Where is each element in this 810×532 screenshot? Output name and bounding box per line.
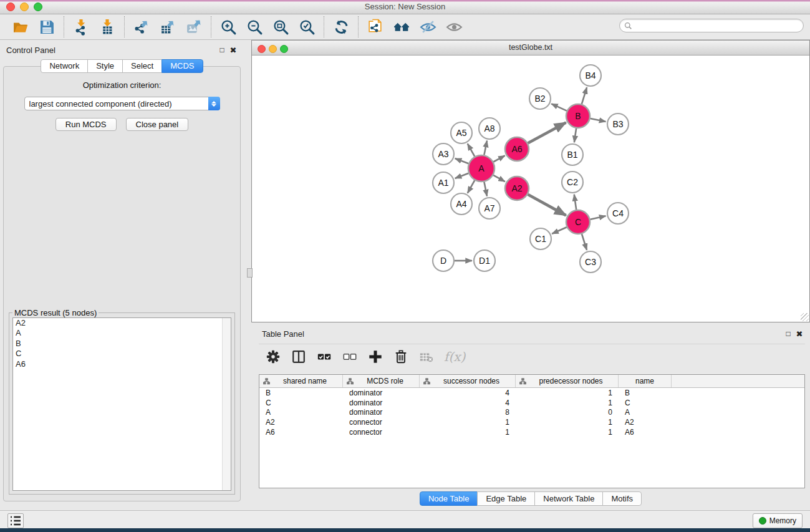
table-cell[interactable]: 1 [516, 388, 619, 398]
table-cell[interactable]: B [259, 388, 343, 398]
table-cell[interactable]: A2 [619, 417, 672, 427]
zoom-in-icon[interactable] [219, 17, 238, 36]
graph-node-A3[interactable]: A3 [433, 143, 454, 165]
unchecked-boxes-icon[interactable] [342, 349, 358, 365]
graph-edge-A-A3[interactable] [455, 158, 469, 163]
table-cell[interactable]: 4 [420, 388, 516, 398]
result-list-item[interactable]: B [13, 339, 231, 349]
splitter-handle[interactable] [247, 268, 253, 278]
export-network-icon[interactable] [132, 17, 151, 36]
column-header-successor-nodes[interactable]: successor nodes [420, 375, 516, 387]
table-cell[interactable]: 4 [420, 398, 516, 408]
float-panel-icon[interactable]: □ [216, 46, 228, 54]
graph-edge-A-A5[interactable] [468, 143, 475, 156]
tab-motifs[interactable]: Motifs [602, 491, 642, 506]
graph-node-C1[interactable]: C1 [530, 228, 551, 249]
table-cell[interactable]: connector [343, 417, 420, 427]
graph-node-A7[interactable]: A7 [479, 198, 500, 219]
table-cell[interactable]: 1 [516, 427, 619, 437]
graph-edge-B-B1[interactable] [574, 128, 576, 142]
resize-grip-icon[interactable] [801, 313, 809, 321]
graph-node-C4[interactable]: C4 [607, 203, 629, 224]
import-network-icon[interactable] [72, 17, 90, 36]
save-session-icon[interactable] [37, 17, 56, 36]
plus-icon[interactable] [367, 349, 383, 365]
open-file-icon[interactable] [11, 17, 30, 36]
split-columns-icon[interactable] [291, 349, 307, 365]
checked-boxes-icon[interactable] [316, 349, 332, 365]
table-cell[interactable]: 0 [516, 408, 619, 418]
tab-select[interactable]: Select [122, 59, 162, 73]
table-cell[interactable]: A2 [259, 417, 343, 427]
tab-network[interactable]: Network [41, 59, 88, 73]
zoom-fit-icon[interactable] [271, 17, 290, 36]
table-cell[interactable]: 1 [516, 417, 619, 427]
tab-mcds[interactable]: MCDS [162, 59, 203, 73]
table-cell[interactable]: A6 [259, 427, 343, 437]
graph-node-A2[interactable]: A2 [505, 177, 529, 200]
tab-style[interactable]: Style [87, 59, 123, 73]
graph-node-D[interactable]: D [433, 250, 454, 271]
graph-edge-C-C3[interactable] [582, 234, 587, 250]
graph-node-C2[interactable]: C2 [562, 172, 583, 193]
tab-node-table[interactable]: Node Table [420, 491, 478, 506]
search-box[interactable] [619, 19, 804, 32]
graph-node-A4[interactable]: A4 [451, 193, 472, 215]
table-cell[interactable]: dominator [343, 388, 420, 398]
graph-edge-B-B4[interactable] [582, 87, 587, 104]
table-cell[interactable]: 1 [420, 427, 516, 437]
network-canvas[interactable]: B4B2BB3A8A5A6A3B1AA1C2A2A4A7C4CC1C3DD1 [252, 56, 809, 322]
graph-edge-A-A2[interactable] [493, 175, 505, 181]
import-table-icon[interactable] [98, 17, 117, 36]
result-list-scrollbar[interactable] [222, 318, 231, 490]
graph-node-B1[interactable]: B1 [562, 144, 583, 165]
graph-node-A6[interactable]: A6 [505, 137, 529, 161]
table-cell[interactable]: B [619, 388, 672, 398]
table-cell[interactable]: A [259, 408, 343, 418]
mcds-result-list[interactable]: A2ABCA6 [12, 317, 231, 491]
table-cell[interactable]: 8 [420, 408, 516, 418]
double-house-icon[interactable] [392, 17, 411, 36]
graph-edge-B-B2[interactable] [551, 104, 567, 110]
result-list-item[interactable]: A6 [13, 359, 231, 369]
zoom-out-icon[interactable] [245, 17, 264, 36]
trash-icon[interactable] [393, 349, 409, 365]
export-image-icon[interactable] [185, 17, 203, 36]
table-cell[interactable]: C [259, 398, 343, 408]
graph-node-A[interactable]: A [468, 155, 494, 181]
graph-node-B4[interactable]: B4 [580, 65, 601, 86]
table-cell[interactable]: dominator [343, 408, 420, 418]
graph-node-B[interactable]: B [566, 104, 590, 128]
graph-edge-C-C4[interactable] [591, 216, 606, 219]
export-table-icon[interactable] [158, 17, 177, 36]
table-cell[interactable]: A [619, 408, 672, 418]
graph-edge-A-A6[interactable] [493, 156, 504, 162]
graph-edge-A-A4[interactable] [468, 180, 475, 193]
graph-edge-C-C2[interactable] [574, 195, 576, 210]
table-cell[interactable]: connector [343, 427, 420, 437]
graph-node-A5[interactable]: A5 [451, 122, 472, 143]
eye-icon[interactable] [445, 17, 463, 36]
table-float-panel-icon[interactable]: □ [783, 329, 794, 338]
graph-node-A1[interactable]: A1 [433, 172, 454, 193]
column-header-MCDS-role[interactable]: MCDS role [343, 375, 420, 387]
table-cell[interactable]: C [619, 398, 672, 408]
table-cell[interactable]: 1 [420, 417, 516, 427]
task-history-button[interactable] [7, 513, 24, 528]
network-window-titlebar[interactable]: testGlobe.txt [252, 41, 809, 56]
table-cell[interactable]: 1 [516, 398, 619, 408]
tab-edge-table[interactable]: Edge Table [477, 491, 535, 506]
graph-edge-A-A8[interactable] [484, 141, 487, 155]
table-row[interactable]: A2connector11A2 [259, 417, 804, 427]
graph-edge-A-A7[interactable] [484, 182, 487, 196]
result-list-item[interactable]: C [13, 349, 231, 359]
tab-network-table[interactable]: Network Table [534, 491, 603, 506]
criterion-dropdown[interactable]: largest connected component (directed) [24, 97, 220, 110]
table-close-panel-icon[interactable]: ✖ [794, 329, 805, 339]
column-header-name[interactable]: name [619, 375, 672, 387]
table-row[interactable]: Bdominator41B [259, 388, 804, 398]
graph-node-B3[interactable]: B3 [607, 114, 629, 135]
zoom-selected-icon[interactable] [297, 17, 316, 36]
graph-edge-A6-B[interactable] [528, 122, 566, 143]
graph-edge-C-C1[interactable] [552, 227, 567, 234]
